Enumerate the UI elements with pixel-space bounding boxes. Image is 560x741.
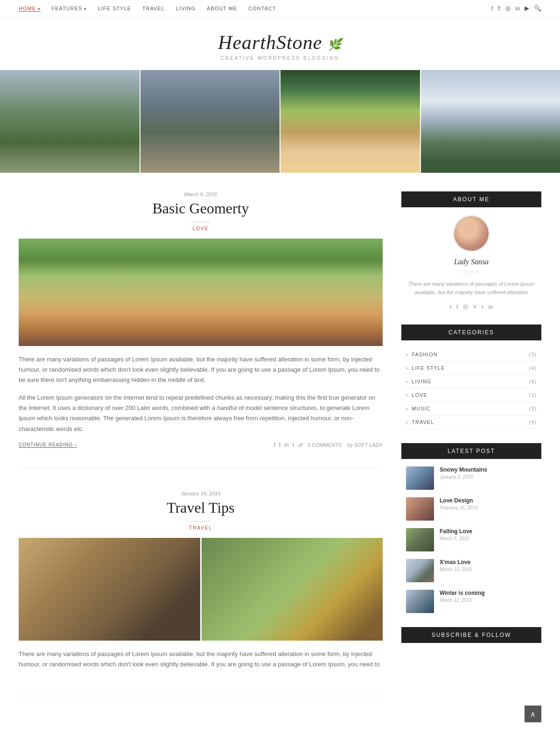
category-name: LIFE STYLE bbox=[412, 365, 445, 371]
category-count: (3) bbox=[529, 352, 537, 357]
post-basic-geometry: March 9, 2016 Basic Geomerty LOVE There … bbox=[19, 191, 383, 467]
latest-post-love-design[interactable]: Love Design February 15, 2015 bbox=[406, 497, 537, 521]
subscribe-widget: Subscribe & Follow bbox=[401, 627, 541, 643]
category-love[interactable]: › LOVE (3) bbox=[406, 388, 537, 402]
category-name: TRAVEL bbox=[412, 419, 434, 425]
author-facebook-icon[interactable]: f bbox=[456, 303, 458, 311]
post-title-1: Basic Geomerty bbox=[19, 200, 383, 217]
nav-contact[interactable]: CONTACT bbox=[248, 6, 276, 11]
motorcycle-scene-image bbox=[19, 239, 383, 346]
scroll-to-top-button[interactable]: ∧ bbox=[525, 706, 541, 722]
chevron-up-icon: ∧ bbox=[530, 710, 536, 719]
share-pinterest-icon[interactable]: 𝒫 bbox=[298, 442, 302, 448]
author-avatar bbox=[453, 215, 490, 252]
share-tumblr-icon[interactable]: t bbox=[293, 442, 294, 448]
latest-post-thumb-5 bbox=[406, 590, 434, 613]
author-instagram-icon[interactable]: ◎ bbox=[463, 303, 468, 311]
post-category-2[interactable]: TRAVEL bbox=[19, 525, 383, 530]
post-category-1[interactable]: LOVE bbox=[19, 226, 383, 231]
nav-home[interactable]: HOME bbox=[19, 6, 41, 12]
nav-living[interactable]: LIVING bbox=[176, 6, 196, 11]
nav-lifestyle[interactable]: LIFE STYLE bbox=[98, 6, 131, 11]
latest-post-xmas-love[interactable]: X'mas Love March 10, 2015 bbox=[406, 559, 537, 582]
latest-post-date-5: March 11, 2015 bbox=[440, 598, 485, 603]
category-travel[interactable]: › TRAVEL (4) bbox=[406, 416, 537, 429]
category-fashion[interactable]: › FASHION (3) bbox=[406, 348, 537, 361]
search-icon[interactable]: 🔍 bbox=[534, 5, 541, 12]
top-navigation: HOME FEATURES LIFE STYLE TRAVEL LIVING A… bbox=[0, 0, 560, 17]
latest-post-title-3: Falling Love bbox=[440, 528, 472, 535]
main-layout: March 9, 2016 Basic Geomerty LOVE There … bbox=[0, 173, 560, 738]
post-divider-2 bbox=[191, 521, 210, 522]
latest-post-info-1: Snowy Mountains January 2, 2015 bbox=[440, 466, 487, 480]
nav-features[interactable]: FEATURES bbox=[52, 6, 87, 11]
author-twitter-icon[interactable]: t bbox=[450, 303, 452, 311]
post-meta-right: f t in t 𝒫 3 COMMENTS by SOFT LADY bbox=[274, 442, 383, 448]
categories-list: › FASHION (3) › LIFE STYLE (4) › LIVING … bbox=[401, 348, 541, 429]
latest-post-thumb-2 bbox=[406, 497, 434, 521]
latest-post-title-5: Winter is coming bbox=[440, 590, 485, 596]
author-linkedin-icon[interactable]: in bbox=[488, 303, 493, 311]
post-date-1: March 9, 2016 bbox=[19, 191, 383, 197]
chevron-icon: › bbox=[406, 352, 408, 357]
author-vimeo-icon[interactable]: V bbox=[473, 303, 477, 311]
share-facebook-icon[interactable]: f bbox=[274, 442, 275, 448]
hero-panel-food[interactable] bbox=[280, 70, 420, 173]
linkedin-icon[interactable]: in bbox=[515, 5, 520, 12]
category-count: (4) bbox=[529, 379, 537, 384]
category-music[interactable]: › MUSIC (3) bbox=[406, 402, 537, 416]
hero-panel-mountains[interactable] bbox=[421, 70, 560, 173]
site-header: HearthStone 🌿 CREATIVE WORDPRESS BLOGGIN… bbox=[0, 17, 560, 70]
latest-post-title-4: X'mas Love bbox=[440, 559, 472, 565]
about-me-title: About me bbox=[401, 191, 541, 207]
post-footer-1: CONTINUE READING › f t in t 𝒫 3 COMMENTS… bbox=[19, 442, 383, 448]
latest-post-thumb-1 bbox=[406, 466, 434, 490]
categories-widget: Categories › FASHION (3) › LIFE STYLE (4… bbox=[401, 325, 541, 429]
latest-post-widget: Latest Post Snowy Mountains January 2, 2… bbox=[401, 443, 541, 613]
site-logo: HearthStone 🌿 bbox=[9, 31, 551, 54]
post-excerpt-1a: There are many variations of passages of… bbox=[19, 354, 383, 385]
latest-post-date-4: March 10, 2015 bbox=[440, 567, 472, 572]
post-author: by SOFT LADY bbox=[347, 442, 383, 448]
facebook-icon[interactable]: f bbox=[491, 5, 493, 12]
latest-post-winter-coming[interactable]: Winter is coming March 11, 2015 bbox=[406, 590, 537, 613]
hero-panel-forest[interactable] bbox=[0, 70, 140, 173]
instagram-icon[interactable]: ◎ bbox=[505, 5, 511, 12]
category-name: LIVING bbox=[412, 379, 431, 384]
chevron-icon: › bbox=[406, 393, 408, 398]
site-tagline: CREATIVE WORDPRESS BLOGGING bbox=[9, 56, 551, 61]
author-tumblr-icon[interactable]: t bbox=[482, 303, 483, 311]
latest-post-title: Latest Post bbox=[401, 443, 541, 459]
post-excerpt-2a: There are many variations of passages of… bbox=[19, 649, 383, 670]
nav-social-icons: f 𝕥 ◎ in ▶ 🔍 bbox=[491, 5, 541, 12]
category-lifestyle[interactable]: › LIFE STYLE (4) bbox=[406, 361, 537, 375]
latest-post-title-2: Love Design bbox=[440, 497, 478, 504]
travel-image-grid bbox=[19, 538, 383, 641]
subscribe-title: Subscribe & Follow bbox=[401, 627, 541, 643]
author-dots-decoration: ○ ○ ○ bbox=[406, 268, 537, 276]
share-twitter-icon[interactable]: t bbox=[279, 442, 280, 448]
hero-panel-girl[interactable] bbox=[140, 70, 280, 173]
category-count: (3) bbox=[529, 406, 537, 411]
category-living[interactable]: › LIVING (4) bbox=[406, 375, 537, 388]
youtube-icon[interactable]: ▶ bbox=[525, 5, 529, 12]
nav-travel[interactable]: TRAVEL bbox=[142, 6, 165, 11]
category-name: MUSIC bbox=[412, 406, 430, 411]
latest-post-info-5: Winter is coming March 11, 2015 bbox=[440, 590, 485, 603]
twitter-icon[interactable]: 𝕥 bbox=[498, 5, 501, 12]
post-date-2: January 14, 2016 bbox=[19, 491, 383, 496]
post-divider-1 bbox=[191, 222, 210, 222]
share-linkedin-icon[interactable]: in bbox=[284, 442, 288, 448]
continue-reading-button[interactable]: CONTINUE READING › bbox=[19, 442, 77, 448]
author-bio: There are many variations of passages of… bbox=[406, 280, 537, 296]
latest-posts-list: Snowy Mountains January 2, 2015 Love Des… bbox=[401, 466, 541, 613]
site-title-text: HearthStone bbox=[218, 32, 322, 53]
about-me-content: Lady Sansa ○ ○ ○ There are many variatio… bbox=[401, 215, 541, 311]
chevron-icon: › bbox=[406, 420, 408, 425]
latest-post-snowy-mountains[interactable]: Snowy Mountains January 2, 2015 bbox=[406, 466, 537, 490]
latest-post-date-3: March 5, 2015 bbox=[440, 536, 472, 541]
nav-aboutme[interactable]: ABOUT ME bbox=[207, 6, 237, 11]
latest-post-falling-love[interactable]: Falling Love March 5, 2015 bbox=[406, 528, 537, 551]
category-count: (4) bbox=[529, 419, 537, 425]
latest-post-date-1: January 2, 2015 bbox=[440, 474, 487, 480]
